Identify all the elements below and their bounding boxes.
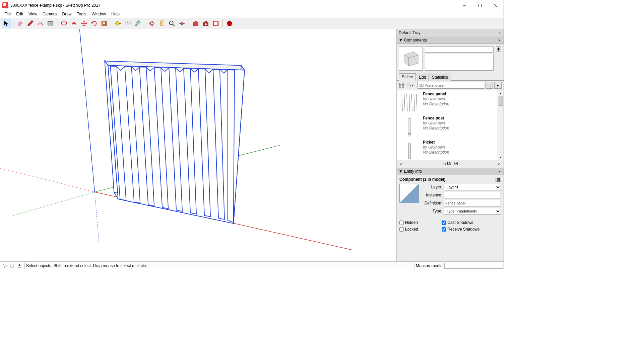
info-icon[interactable]: i	[8, 262, 16, 269]
arc-tool-button[interactable]	[36, 19, 45, 28]
tray-title: Default Tray	[399, 30, 421, 35]
pencil-tool-button[interactable]	[25, 19, 35, 28]
svg-point-63	[18, 264, 20, 266]
svg-point-47	[488, 84, 490, 86]
entity-toggle-button[interactable]: ▥	[496, 177, 501, 182]
scale-tool-button[interactable]	[100, 19, 109, 28]
svg-rect-46	[402, 86, 404, 87]
item-name: Fence panel	[423, 92, 496, 97]
menu-file[interactable]: File	[2, 11, 13, 17]
svg-line-25	[95, 192, 99, 243]
menu-camera[interactable]: Camera	[40, 11, 60, 17]
layer-select[interactable]: Layer0	[444, 184, 501, 190]
components-panel-header[interactable]: ▼ Components ×	[397, 36, 504, 44]
zoomextents-tool-button[interactable]	[177, 19, 187, 28]
status-hint: Select objects. Shift to extend select. …	[26, 263, 413, 268]
tray-pin-icon[interactable]: ▫	[498, 31, 502, 35]
paint-tool-button[interactable]	[133, 19, 143, 28]
home-dropdown[interactable]: ▼	[406, 82, 416, 88]
layer-label: Layer:	[422, 185, 444, 189]
menu-view[interactable]: View	[26, 11, 40, 17]
svg-line-55	[416, 94, 417, 111]
maximize-button[interactable]	[472, 0, 488, 10]
panel-close-icon[interactable]: ×	[497, 38, 502, 43]
locked-checkbox[interactable]: Locked	[399, 227, 442, 232]
warehouse-button[interactable]	[191, 19, 200, 28]
scroll-up-icon[interactable]: ▴	[498, 90, 504, 96]
svg-rect-1	[478, 4, 481, 7]
definition-input[interactable]	[444, 200, 501, 206]
user-icon[interactable]	[16, 262, 23, 269]
eraser-tool-button[interactable]	[15, 19, 25, 28]
pushpull-tool-button[interactable]	[59, 19, 69, 28]
menu-edit[interactable]: Edit	[13, 11, 26, 17]
menu-help[interactable]: Help	[109, 11, 122, 17]
svg-rect-45	[399, 86, 401, 87]
type-select[interactable]: Type: <undefined>	[444, 208, 501, 215]
help-icon[interactable]: ?	[1, 262, 8, 269]
chevron-down-icon: ▼	[399, 169, 403, 174]
material-swatch[interactable]	[399, 184, 419, 203]
tab-edit[interactable]: Edit	[416, 74, 429, 81]
list-scrollbar[interactable]: ▴ ▾	[498, 90, 504, 160]
hidden-checkbox[interactable]: Hidden	[399, 220, 442, 225]
menu-tools[interactable]: Tools	[74, 11, 89, 17]
svg-rect-43	[399, 83, 401, 85]
instance-input[interactable]	[444, 192, 501, 198]
entity-panel-header[interactable]: ▼ Entity Info ×	[397, 168, 504, 175]
ruby-plugin-button[interactable]	[225, 19, 234, 28]
scroll-down-icon[interactable]: ▾	[498, 155, 504, 160]
pan-tool-button[interactable]	[157, 19, 167, 28]
extension-wh-button[interactable]	[201, 19, 210, 28]
title-bar: 3000XXX fence example.skp - SketchUp Pro…	[0, 0, 504, 10]
move-tool-button[interactable]	[79, 19, 89, 28]
component-add-button[interactable]: ✚	[496, 47, 501, 52]
cast-shadows-checkbox[interactable]: Cast Shadows	[442, 220, 501, 225]
close-button[interactable]	[488, 0, 503, 10]
svg-rect-44	[402, 83, 404, 85]
entity-panel-title: Entity Info	[404, 169, 422, 174]
text-tool-button[interactable]: A1	[123, 19, 133, 28]
list-item[interactable]: Fence post by Unknown No Description	[397, 114, 498, 139]
receive-shadows-checkbox[interactable]: Receive Shadows	[442, 227, 501, 232]
search-input[interactable]	[417, 82, 484, 89]
svg-line-24	[80, 29, 95, 192]
svg-text:?: ?	[4, 264, 6, 267]
menu-window[interactable]: Window	[89, 11, 109, 17]
rectangle-tool-button[interactable]	[46, 19, 55, 28]
svg-line-20	[0, 168, 95, 192]
tab-statistics[interactable]: Statistics	[429, 74, 451, 81]
minimize-button[interactable]	[457, 0, 472, 10]
model-viewport[interactable]	[0, 29, 396, 261]
nav-back-button[interactable]: ⤺	[399, 161, 405, 167]
component-thumbnail	[399, 47, 423, 71]
measurements-input[interactable]	[444, 263, 503, 269]
menu-draw[interactable]: Draw	[60, 11, 74, 17]
component-desc-input[interactable]	[425, 54, 494, 71]
svg-point-7	[116, 22, 119, 25]
list-item[interactable]: Picket by Unknown No Description	[397, 139, 498, 160]
component-name-input[interactable]	[425, 47, 494, 53]
orbit-tool-button[interactable]	[147, 19, 156, 28]
view-options-icon[interactable]	[399, 82, 405, 88]
component-list: Fence panel by Unknown No Description Fe…	[397, 90, 504, 160]
list-item[interactable]: Fence panel by Unknown No Description	[397, 90, 498, 114]
app-icon	[2, 2, 8, 8]
select-tool-button[interactable]	[2, 19, 11, 28]
tab-select[interactable]: Select	[399, 73, 416, 81]
tapemeasure-tool-button[interactable]	[113, 19, 123, 28]
zoom-tool-button[interactable]	[167, 19, 177, 28]
layout-button[interactable]	[211, 19, 220, 28]
offset-tool-button[interactable]	[69, 19, 79, 28]
svg-line-51	[407, 94, 407, 111]
search-button[interactable]	[486, 82, 493, 89]
toolbar-separator	[222, 19, 223, 27]
nav-forward-button[interactable]: ⤻	[496, 161, 502, 167]
toolbar-separator	[111, 19, 111, 27]
measurements-label: Measurements	[416, 263, 442, 268]
rotate-tool-button[interactable]	[89, 19, 99, 28]
scroll-thumb[interactable]	[499, 96, 503, 106]
svg-text:i: i	[12, 264, 12, 267]
panel-close-icon[interactable]: ×	[497, 169, 502, 174]
details-button[interactable]: ▸	[494, 82, 502, 89]
